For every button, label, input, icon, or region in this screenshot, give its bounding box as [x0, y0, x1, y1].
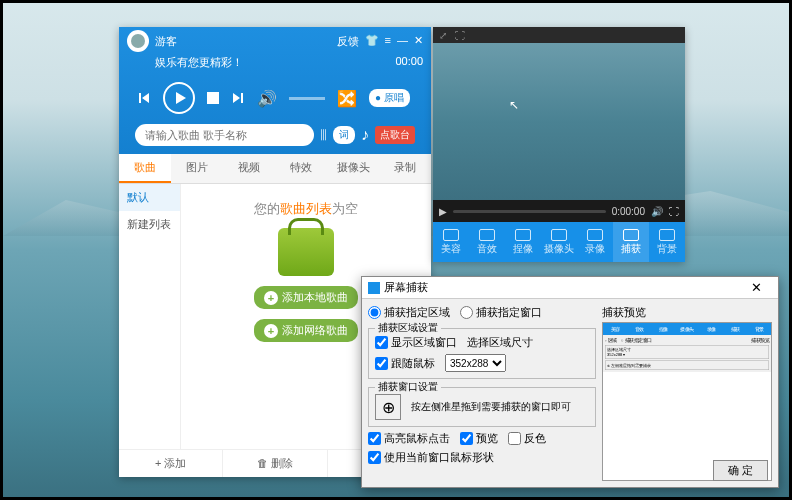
add-network-button[interactable]: 添加网络歌曲 [254, 319, 358, 342]
ok-button[interactable]: 确 定 [713, 460, 768, 481]
vtab-sound[interactable]: 音效 [469, 222, 505, 262]
dialog-close-button[interactable]: ✕ [740, 280, 772, 295]
capture-dialog: 屏幕捕获 ✕ 捕获指定区域 捕获指定窗口 捕获区域设置 显示区域窗口 选择区域尺… [361, 276, 779, 488]
vtab-record[interactable]: 录像 [577, 222, 613, 262]
dialog-titlebar[interactable]: 屏幕捕获 ✕ [362, 277, 778, 299]
video-progress[interactable] [453, 210, 606, 213]
dialog-title: 屏幕捕获 [384, 280, 428, 295]
lyrics-button[interactable]: 词 [333, 126, 355, 144]
fullscreen-icon[interactable]: ⛶ [455, 30, 465, 41]
size-select[interactable]: 352x288 [445, 354, 506, 372]
tab-effect[interactable]: 特效 [275, 154, 327, 183]
tab-camera[interactable]: 摄像头 [327, 154, 379, 183]
tab-record[interactable]: 录制 [379, 154, 431, 183]
search-input[interactable] [135, 124, 314, 146]
request-song-button[interactable]: 点歌台 [375, 126, 415, 144]
music-tabs: 歌曲 图片 视频 特效 摄像头 录制 [119, 154, 431, 184]
vtab-pinch[interactable]: 捏像 [505, 222, 541, 262]
chk-show-region[interactable]: 显示区域窗口 [375, 335, 457, 350]
svg-rect-0 [207, 92, 219, 104]
video-time: 0:00:00 [612, 206, 645, 217]
size-label: 选择区域尺寸 [467, 335, 533, 350]
video-controls: ▶ 0:00:00 🔊 ⛶ [433, 200, 685, 222]
shirt-icon[interactable]: 👕 [365, 34, 379, 49]
chk-preview[interactable]: 预览 [460, 431, 498, 446]
chk-highlight[interactable]: 高亮鼠标点击 [368, 431, 450, 446]
subtitle-text: 娱乐有您更精彩！ [155, 55, 243, 70]
play-button[interactable] [163, 82, 195, 114]
stop-button[interactable] [207, 92, 219, 104]
music-header: 游客 反馈 👕 ≡ — ✕ 娱乐有您更精彩！ 00:00 🔊 🔀 ● 原唱 [119, 27, 431, 154]
prev-button[interactable] [137, 91, 151, 105]
feedback-link[interactable]: 反馈 [337, 34, 359, 49]
tab-image[interactable]: 图片 [171, 154, 223, 183]
menu-icon[interactable]: ≡ [385, 34, 391, 49]
video-titlebar: ⤢ ⛶ [433, 27, 685, 43]
chk-cursor[interactable]: 使用当前窗口鼠标形状 [368, 450, 596, 465]
video-screen[interactable]: ↖ [433, 43, 685, 200]
vtab-camera[interactable]: 摄像头 [541, 222, 577, 262]
video-play-button[interactable]: ▶ [439, 206, 447, 217]
dialog-icon [368, 282, 380, 294]
time-display: 00:00 [395, 55, 423, 70]
equalizer-icon[interactable]: ⫴ [320, 126, 327, 144]
user-name: 游客 [155, 34, 177, 49]
video-expand-icon[interactable]: ⛶ [669, 206, 679, 217]
original-toggle[interactable]: ● 原唱 [369, 89, 410, 107]
volume-icon[interactable]: 🔊 [257, 89, 277, 108]
video-tabs: 美容 音效 捏像 摄像头 录像 捕获 背景 [433, 222, 685, 262]
region-settings-group: 捕获区域设置 显示区域窗口 选择区域尺寸 跟随鼠标 352x288 [368, 328, 596, 379]
crosshair-picker[interactable]: ⊕ [375, 394, 401, 420]
window-settings-group: 捕获窗口设置 ⊕ 按左侧准星拖到需要捕获的窗口即可 [368, 387, 596, 427]
empty-message: 您的歌曲列表为空 [254, 200, 358, 218]
close-icon[interactable]: ✕ [414, 34, 423, 49]
vtab-bg[interactable]: 背景 [649, 222, 685, 262]
chk-invert[interactable]: 反色 [508, 431, 546, 446]
next-button[interactable] [231, 91, 245, 105]
sidebar-item-default[interactable]: 默认 [119, 184, 180, 211]
user-avatar[interactable] [127, 30, 149, 52]
vtab-capture[interactable]: 捕获 [613, 222, 649, 262]
tab-video[interactable]: 视频 [223, 154, 275, 183]
radio-window[interactable]: 捕获指定窗口 [460, 305, 542, 320]
preview-panel: 捕获预览 美容音效捏像摄像头录像捕获背景 ◦ 区域○ 捕获指定窗口捕获预览 选择… [602, 305, 772, 481]
tab-song[interactable]: 歌曲 [119, 154, 171, 183]
footer-delete[interactable]: 🗑 删除 [223, 450, 327, 477]
playlist-sidebar: 默认 新建列表 [119, 184, 181, 449]
preview-title: 捕获预览 [602, 305, 772, 320]
radio-region[interactable]: 捕获指定区域 [368, 305, 450, 320]
basket-icon [278, 228, 334, 276]
volume-slider[interactable] [289, 97, 325, 100]
preview-area: 美容音效捏像摄像头录像捕获背景 ◦ 区域○ 捕获指定窗口捕获预览 选择区域尺寸3… [602, 322, 772, 481]
chk-follow-mouse[interactable]: 跟随鼠标 [375, 356, 435, 371]
sidebar-item-new[interactable]: 新建列表 [119, 211, 180, 238]
vtab-beauty[interactable]: 美容 [433, 222, 469, 262]
expand-icon[interactable]: ⤢ [439, 30, 447, 41]
window-hint: 按左侧准星拖到需要捕获的窗口即可 [411, 400, 589, 414]
footer-add[interactable]: + 添加 [119, 450, 223, 477]
cursor-icon: ↖ [509, 98, 519, 112]
minimize-icon[interactable]: — [397, 34, 408, 49]
video-volume-icon[interactable]: 🔊 [651, 206, 663, 217]
add-local-button[interactable]: 添加本地歌曲 [254, 286, 358, 309]
note-icon[interactable]: ♪ [361, 126, 369, 144]
shuffle-icon[interactable]: 🔀 [337, 89, 357, 108]
video-player-window: ⤢ ⛶ ↖ ▶ 0:00:00 🔊 ⛶ 美容 音效 捏像 摄像头 录像 捕获 背… [433, 27, 685, 262]
